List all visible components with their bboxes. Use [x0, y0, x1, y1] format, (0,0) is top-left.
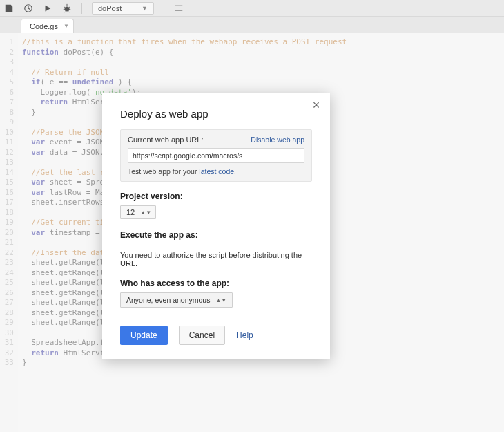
deploy-dialog: × Deploy as web app Current web app URL:…	[102, 93, 330, 359]
svg-point-1	[65, 6, 70, 11]
authorize-message: You need to authorize the script before …	[120, 251, 312, 267]
tab-label: Code.gs	[30, 22, 58, 30]
chevron-down-icon: ▲▼	[215, 297, 226, 303]
cancel-button[interactable]: Cancel	[179, 326, 225, 345]
tab-code-gs[interactable]: Code.gs ▼	[21, 19, 74, 33]
function-select-value: doPost	[98, 4, 122, 12]
chevron-down-icon: ▲▼	[140, 209, 151, 216]
toolbar-separator	[81, 3, 82, 14]
run-icon[interactable]	[43, 3, 52, 13]
url-label: Current web app URL:	[128, 135, 203, 144]
help-link[interactable]: Help	[236, 330, 253, 340]
who-access-select[interactable]: Anyone, even anonymous ▲▼	[120, 292, 233, 308]
chevron-down-icon: ▼	[142, 5, 148, 12]
dialog-title: Deploy as web app	[120, 108, 312, 120]
top-toolbar: doPost ▼	[0, 0, 504, 17]
debug-icon[interactable]	[62, 3, 72, 13]
chevron-down-icon: ▼	[64, 23, 69, 29]
who-access-value: Anyone, even anonymous	[126, 296, 210, 304]
indent-icon[interactable]	[174, 3, 184, 13]
save-icon[interactable]	[4, 3, 14, 13]
project-version-select[interactable]: 12 ▲▼	[120, 205, 156, 219]
tab-bar: Code.gs ▼	[0, 17, 504, 33]
close-button[interactable]: ×	[309, 98, 323, 112]
latest-code-link[interactable]: latest code	[199, 167, 234, 176]
clock-icon[interactable]	[23, 3, 33, 13]
url-box: Current web app URL: Disable web app Tes…	[120, 129, 312, 182]
update-button[interactable]: Update	[120, 326, 168, 345]
toolbar-separator	[164, 3, 164, 14]
webapp-url-input[interactable]	[128, 148, 304, 163]
project-version-value: 12	[126, 208, 135, 216]
who-access-label: Who has access to the app:	[120, 279, 312, 288]
execute-as-label: Execute the app as:	[120, 230, 312, 240]
project-version-label: Project version:	[120, 191, 312, 201]
test-webapp-row: Test web app for your latest code.	[128, 167, 304, 176]
disable-webapp-link[interactable]: Disable web app	[251, 135, 304, 144]
function-select[interactable]: doPost ▼	[92, 2, 154, 15]
dialog-button-row: Update Cancel Help	[120, 326, 312, 345]
